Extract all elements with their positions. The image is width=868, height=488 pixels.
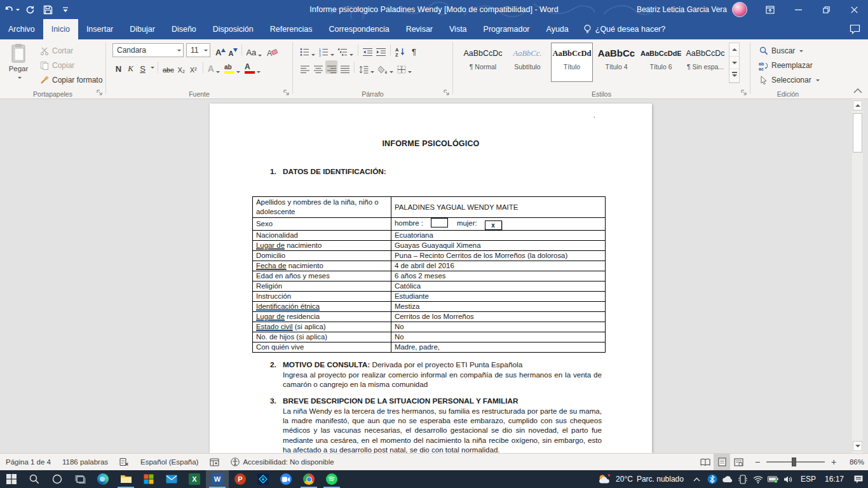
- style-titulo-6[interactable]: AaBbCcDdE Título 6: [640, 43, 682, 82]
- tab-inicio[interactable]: Inicio: [43, 19, 78, 39]
- language-indicator[interactable]: Español (España): [135, 454, 204, 470]
- web-layout-button[interactable]: [730, 454, 747, 470]
- decrease-indent-button[interactable]: [362, 43, 374, 57]
- text-effects-button[interactable]: A: [207, 60, 221, 74]
- style-titulo[interactable]: AaBbCcDd Título: [551, 43, 593, 82]
- copy-button[interactable]: Copiar: [36, 58, 77, 72]
- multilevel-list-button[interactable]: [337, 43, 355, 57]
- font-name-combo[interactable]: Candara: [112, 43, 184, 57]
- increase-indent-button[interactable]: [375, 43, 387, 57]
- word-count[interactable]: 1186 palabras: [57, 454, 114, 470]
- weather-widget[interactable]: 20°C Parc. nublado: [593, 470, 689, 488]
- underline-button[interactable]: S: [137, 60, 149, 74]
- font-dialog-launcher[interactable]: [283, 89, 290, 97]
- font-size-combo[interactable]: 11: [186, 43, 210, 57]
- scroll-up-button[interactable]: [853, 100, 862, 111]
- onedrive-icon[interactable]: [721, 470, 735, 488]
- tell-me-box[interactable]: ¿Qué desea hacer?: [577, 19, 672, 39]
- volume-icon[interactable]: [782, 470, 796, 488]
- proofing-errors-icon[interactable]: [114, 454, 135, 470]
- style-sin-espaciado[interactable]: AaBbCcDc ¶ Sin espa...: [684, 43, 726, 82]
- word-button[interactable]: W: [206, 470, 229, 488]
- collapse-ribbon-button[interactable]: [853, 87, 863, 96]
- taskbar-search-button[interactable]: [23, 470, 46, 488]
- grow-font-button[interactable]: A: [214, 44, 227, 57]
- zoom-out-button[interactable]: −: [753, 457, 762, 467]
- vertical-scrollbar[interactable]: [852, 99, 863, 453]
- keyboard-language[interactable]: ESP: [797, 470, 820, 488]
- tab-dibujar[interactable]: Dibujar: [121, 19, 163, 39]
- clipboard-dialog-launcher[interactable]: [96, 89, 104, 97]
- battery-icon[interactable]: [766, 470, 780, 488]
- tab-diseno[interactable]: Diseño: [163, 19, 205, 39]
- print-layout-button[interactable]: [714, 454, 730, 470]
- paste-button[interactable]: Pegar: [4, 42, 32, 85]
- zoom-app-button[interactable]: [275, 470, 297, 488]
- tab-correspondencia[interactable]: Correspondencia: [320, 19, 397, 39]
- styles-dialog-launcher[interactable]: [740, 89, 748, 97]
- microsoft-store-button[interactable]: [137, 470, 160, 488]
- strikethrough-button[interactable]: abc: [161, 60, 175, 74]
- clear-formatting-button[interactable]: A: [266, 44, 279, 57]
- read-mode-button[interactable]: [697, 454, 714, 470]
- highlight-color-button[interactable]: ab: [223, 60, 241, 74]
- task-view-button[interactable]: [69, 470, 92, 488]
- account-name[interactable]: Beatriz Leticia Garcia Vera: [637, 5, 727, 14]
- italic-button[interactable]: K: [125, 60, 137, 74]
- action-center-button[interactable]: [849, 470, 868, 488]
- bullets-button[interactable]: [299, 43, 316, 57]
- checkbox-hombre[interactable]: [431, 218, 448, 227]
- cast-device-icon[interactable]: [736, 470, 750, 488]
- excel-button[interactable]: X: [183, 470, 206, 488]
- minimize-button[interactable]: [784, 0, 812, 19]
- style-subtitulo[interactable]: AaBbCc. Subtítulo: [506, 43, 548, 82]
- undo-button[interactable]: [4, 1, 20, 18]
- line-spacing-button[interactable]: [358, 60, 376, 74]
- close-button[interactable]: [840, 0, 868, 19]
- restore-button[interactable]: [812, 0, 840, 19]
- clock[interactable]: 16:17: [821, 470, 848, 488]
- tab-insertar[interactable]: Insertar: [78, 19, 121, 39]
- zoom-percentage[interactable]: 86%: [843, 458, 864, 466]
- scrollbar-thumb[interactable]: [853, 113, 862, 152]
- tab-referencias[interactable]: Referencias: [262, 19, 321, 39]
- select-button[interactable]: Seleccionar: [756, 73, 822, 87]
- feedback-icon[interactable]: [850, 19, 860, 39]
- start-button[interactable]: [0, 470, 23, 488]
- styles-scroll-down-button[interactable]: [729, 57, 739, 70]
- document-page[interactable]: . INFORME PSICOLÓGICO 1. DATOS DE IDENTI…: [210, 104, 652, 453]
- cortana-button[interactable]: [46, 470, 69, 488]
- style-normal[interactable]: AaBbCcDc ¶ Normal: [462, 43, 504, 82]
- style-titulo-4[interactable]: AaBbCc Título 4: [595, 43, 637, 82]
- tab-programador[interactable]: Programador: [475, 19, 538, 39]
- change-case-button[interactable]: Aa: [245, 44, 263, 57]
- numbering-button[interactable]: 123: [318, 43, 336, 57]
- checkbox-mujer[interactable]: x: [485, 220, 502, 230]
- bluetooth-icon[interactable]: [705, 470, 719, 488]
- save-button[interactable]: [40, 1, 55, 18]
- borders-button[interactable]: [396, 60, 413, 74]
- format-painter-button[interactable]: Copiar formato: [36, 73, 105, 87]
- font-color-button[interactable]: A: [243, 60, 262, 74]
- justify-button[interactable]: [339, 60, 351, 74]
- redo-button[interactable]: [22, 1, 37, 18]
- shrink-font-button[interactable]: A: [227, 44, 239, 57]
- superscript-button[interactable]: X²: [187, 60, 200, 74]
- tab-disposicion[interactable]: Disposición: [205, 19, 262, 39]
- spotify-button[interactable]: [320, 470, 343, 488]
- qat-customize-button[interactable]: [58, 1, 73, 18]
- styles-scroll-up-button[interactable]: [729, 43, 739, 57]
- wifi-icon[interactable]: [751, 470, 765, 488]
- accessibility-status[interactable]: Accesibilidad: No disponible: [225, 454, 339, 470]
- ribbon-display-options-button[interactable]: [756, 0, 784, 19]
- tab-ayuda[interactable]: Ayuda: [538, 19, 577, 39]
- tab-archivo[interactable]: Archivo: [0, 19, 43, 39]
- mail-button[interactable]: [160, 470, 183, 488]
- align-center-button[interactable]: [312, 60, 324, 74]
- avatar[interactable]: [732, 2, 747, 17]
- subscript-button[interactable]: X₂: [175, 60, 187, 74]
- align-right-button[interactable]: [325, 60, 337, 74]
- cut-button[interactable]: Cortar: [36, 44, 76, 58]
- shading-button[interactable]: [377, 60, 395, 74]
- show-marks-button[interactable]: ¶: [408, 43, 420, 57]
